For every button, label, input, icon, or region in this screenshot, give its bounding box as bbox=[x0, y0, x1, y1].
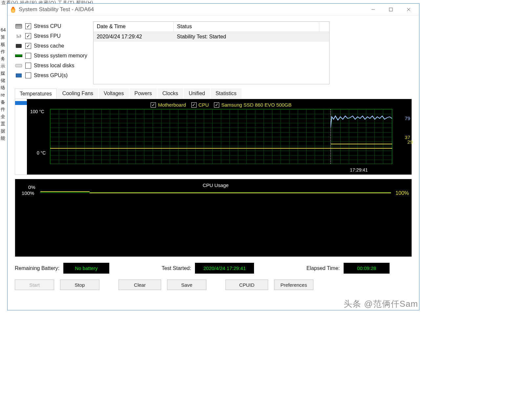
stress-options: Stress CPU1₂3Stress FPUStress cacheStres… bbox=[15, 21, 87, 80]
stress-checkbox-cache[interactable] bbox=[25, 43, 31, 49]
legend-checkbox[interactable] bbox=[151, 102, 156, 108]
svg-rect-1 bbox=[389, 8, 393, 11]
preferences-button[interactable]: Preferences bbox=[274, 280, 313, 290]
gpu-icon bbox=[15, 73, 23, 78]
cpu-usage-chart: CPU Usage 100% 0% 100% bbox=[15, 179, 412, 257]
stress-option-cpu: Stress CPU bbox=[15, 21, 87, 31]
temp-x-marker-label: 17:29:41 bbox=[350, 167, 368, 173]
elapsed-label: Elapsed Time: bbox=[307, 265, 340, 271]
legend-label: CPU bbox=[199, 102, 209, 108]
elapsed-value: 00:09:28 bbox=[344, 263, 390, 274]
maximize-button[interactable] bbox=[386, 6, 396, 13]
sensor-selection-bar[interactable] bbox=[15, 101, 27, 105]
cpuid-button[interactable]: CPUID bbox=[225, 280, 268, 290]
temp-line-motherboard bbox=[330, 144, 392, 144]
tab-unified[interactable]: Unified bbox=[184, 88, 210, 99]
legend-checkbox[interactable] bbox=[214, 102, 219, 108]
usage-y-min: 0% bbox=[28, 184, 35, 190]
start-button[interactable]: Start bbox=[15, 280, 54, 290]
fpu-icon: 1₂3 bbox=[15, 33, 23, 39]
legend-item-motherboard[interactable]: Motherboard bbox=[151, 102, 186, 108]
stress-checkbox-ram[interactable] bbox=[25, 53, 31, 59]
tab-voltages[interactable]: Voltages bbox=[99, 88, 129, 99]
usage-current-value: 100% bbox=[395, 190, 409, 196]
minimize-button[interactable] bbox=[368, 6, 378, 13]
legend-label: Samsung SSD 860 EVO 500GB bbox=[221, 102, 291, 108]
save-button[interactable]: Save bbox=[167, 280, 206, 290]
stress-option-disk: Stress local disks bbox=[15, 61, 87, 71]
cpu-usage-title: CPU Usage bbox=[40, 181, 391, 188]
temp-y-min: 0 °C bbox=[37, 150, 46, 156]
stability-test-window: System Stability Test - AIDA64 Stress CP… bbox=[7, 3, 419, 310]
usage-line-full bbox=[90, 193, 391, 193]
stop-button[interactable]: Stop bbox=[60, 280, 99, 290]
log-table: Date & Time Status 2020/4/24 17:29:42Sta… bbox=[93, 21, 330, 84]
legend-checkbox[interactable] bbox=[191, 102, 197, 108]
temp-line-ssd bbox=[50, 148, 392, 149]
cache-icon bbox=[15, 43, 23, 49]
legend-label: Motherboard bbox=[158, 102, 186, 108]
log-row[interactable]: 2020/4/24 17:29:42Stability Test: Starte… bbox=[94, 32, 329, 42]
stress-option-cache: Stress cache bbox=[15, 41, 87, 51]
tab-powers[interactable]: Powers bbox=[130, 88, 157, 99]
log-cell-datetime: 2020/4/24 17:29:42 bbox=[94, 32, 174, 42]
usage-line-idle bbox=[40, 191, 90, 192]
log-header-spacer bbox=[319, 22, 329, 32]
stress-checkbox-gpu[interactable] bbox=[25, 73, 31, 78]
temperature-legend: MotherboardCPUSamsung SSD 860 EVO 500GB bbox=[50, 101, 393, 108]
tab-statistics[interactable]: Statistics bbox=[211, 88, 242, 99]
window-title: System Stability Test - AIDA64 bbox=[19, 6, 368, 13]
status-row: Remaining Battery: No battery Test Start… bbox=[15, 261, 412, 278]
stress-checkbox-cpu[interactable] bbox=[25, 23, 31, 29]
clear-button[interactable]: Clear bbox=[118, 280, 161, 290]
stress-label: Stress FPU bbox=[34, 33, 61, 39]
temp-line-cpu bbox=[330, 114, 392, 130]
titlebar[interactable]: System Stability Test - AIDA64 bbox=[8, 4, 419, 15]
stress-label: Stress GPU(s) bbox=[34, 73, 68, 78]
legend-item-cpu[interactable]: CPU bbox=[191, 102, 209, 108]
tab-clocks[interactable]: Clocks bbox=[158, 88, 183, 99]
window-controls bbox=[368, 6, 416, 13]
chart-sidebar[interactable] bbox=[15, 99, 27, 175]
usage-y-max: 100% bbox=[22, 190, 34, 196]
stress-label: Stress local disks bbox=[34, 63, 74, 69]
temp-value-ssd: 29 bbox=[407, 139, 413, 145]
flame-icon bbox=[10, 6, 16, 13]
stress-checkbox-fpu[interactable] bbox=[25, 33, 31, 39]
stress-label: Stress system memory bbox=[34, 53, 87, 59]
stress-option-gpu: Stress GPU(s) bbox=[15, 71, 87, 80]
stress-checkbox-disk[interactable] bbox=[25, 63, 31, 69]
button-row: Start Stop Clear Save CPUID Preferences bbox=[15, 278, 412, 291]
stress-option-fpu: 1₂3Stress FPU bbox=[15, 31, 87, 41]
background-sidebar-fragment: 64算板作务示媒储络re备件全置据能 bbox=[0, 26, 7, 142]
temperature-grid bbox=[50, 109, 393, 164]
test-started-label: Test Started: bbox=[162, 265, 191, 271]
log-cell-status: Stability Test: Started bbox=[174, 32, 319, 42]
test-started-value: 2020/4/24 17:29:41 bbox=[195, 263, 254, 274]
log-header-status[interactable]: Status bbox=[174, 22, 319, 32]
cpu-icon bbox=[15, 23, 23, 29]
stress-label: Stress cache bbox=[34, 43, 64, 49]
battery-label: Remaining Battery: bbox=[15, 265, 59, 271]
temperature-chart: MotherboardCPUSamsung SSD 860 EVO 500GB … bbox=[15, 99, 412, 175]
log-header-datetime[interactable]: Date & Time bbox=[94, 22, 174, 32]
close-button[interactable] bbox=[403, 6, 414, 13]
tab-temperatures[interactable]: Temperatures bbox=[15, 89, 57, 99]
disk-icon bbox=[15, 63, 23, 69]
temp-value-cpu: 79 bbox=[405, 115, 410, 121]
stress-label: Stress CPU bbox=[34, 23, 61, 29]
ram-icon bbox=[15, 53, 23, 59]
tab-strip: TemperaturesCooling FansVoltagesPowersCl… bbox=[15, 88, 412, 99]
tab-cooling-fans[interactable]: Cooling Fans bbox=[57, 88, 98, 99]
stress-option-ram: Stress system memory bbox=[15, 51, 87, 61]
legend-item-samsung[interactable]: Samsung SSD 860 EVO 500GB bbox=[214, 102, 291, 108]
battery-value: No battery bbox=[63, 263, 109, 274]
temp-y-max: 100 °C bbox=[30, 109, 44, 114]
cpu-usage-grid bbox=[40, 192, 391, 193]
